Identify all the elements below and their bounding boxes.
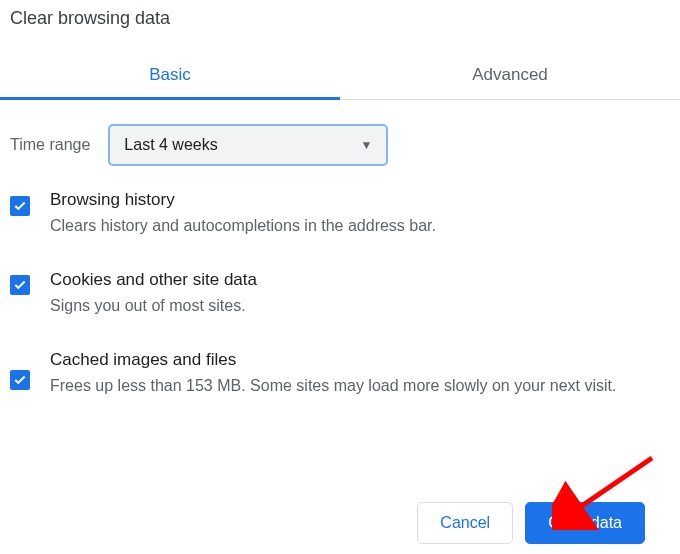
tab-basic[interactable]: Basic	[0, 51, 340, 99]
time-range-value: Last 4 weeks	[124, 136, 217, 154]
tabs-bar: Basic Advanced	[0, 51, 680, 100]
option-cookies: Cookies and other site data Signs you ou…	[10, 270, 670, 318]
check-icon	[13, 373, 27, 387]
check-icon	[13, 278, 27, 292]
time-range-label: Time range	[10, 136, 90, 154]
time-range-row: Time range Last 4 weeks ▼	[0, 100, 680, 166]
option-title: Cookies and other site data	[50, 270, 257, 290]
option-title: Cached images and files	[50, 350, 616, 370]
option-cached: Cached images and files Frees up less th…	[10, 350, 670, 398]
cancel-button[interactable]: Cancel	[417, 502, 513, 544]
checkbox-cookies[interactable]	[10, 275, 30, 295]
option-desc: Signs you out of most sites.	[50, 294, 257, 318]
options-list: Browsing history Clears history and auto…	[0, 166, 680, 398]
chevron-down-icon: ▼	[360, 138, 372, 152]
option-title: Browsing history	[50, 190, 436, 210]
checkbox-cached[interactable]	[10, 370, 30, 390]
time-range-select[interactable]: Last 4 weeks ▼	[108, 124, 388, 166]
check-icon	[13, 199, 27, 213]
clear-data-button[interactable]: Clear data	[525, 502, 645, 544]
option-browsing-history: Browsing history Clears history and auto…	[10, 190, 670, 238]
option-desc: Frees up less than 153 MB. Some sites ma…	[50, 374, 616, 398]
tab-advanced[interactable]: Advanced	[340, 51, 680, 99]
dialog-actions: Cancel Clear data	[417, 502, 645, 544]
checkbox-browsing-history[interactable]	[10, 196, 30, 216]
dialog-title: Clear browsing data	[0, 0, 680, 29]
option-desc: Clears history and autocompletions in th…	[50, 214, 436, 238]
